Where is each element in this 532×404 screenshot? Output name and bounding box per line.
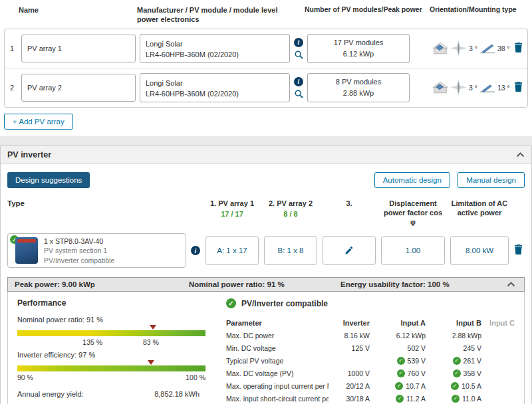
nominal-power-ratio-label: Nominal power ratio: 91 % bbox=[17, 316, 211, 324]
energy-usability-summary: Energy usability factor: 100 % bbox=[340, 280, 507, 288]
info-icon[interactable]: i bbox=[294, 77, 303, 86]
check-icon: ✓ bbox=[452, 395, 460, 403]
nominal-power-ratio-scale: 135 % 83 % bbox=[17, 338, 205, 348]
header-manufacturer: Manufacturer / PV module / module level … bbox=[137, 5, 301, 25]
row-index: 2 bbox=[7, 84, 17, 92]
info-icon[interactable]: i bbox=[294, 38, 303, 47]
input-b-box[interactable]: B: 1 x 8 bbox=[264, 236, 317, 265]
table-row: Max. operating input current per MPPT 20… bbox=[226, 379, 515, 392]
header-type: Type bbox=[7, 199, 200, 209]
inverter-table-header: Type 1. PV array 1 17 / 17 2. PV array 2… bbox=[7, 199, 525, 227]
check-icon: ✓ bbox=[396, 395, 404, 403]
tilt-value: 13 ° bbox=[497, 84, 510, 92]
check-icon: ✓ bbox=[397, 369, 405, 377]
performance-stats: Annual energy yield: 8,852.18 kWh Spec. … bbox=[17, 388, 211, 404]
inverter-type-box[interactable]: ✓ 1 x STP8.0-3AV-40 PV system section 1 … bbox=[7, 233, 186, 268]
inverter-efficiency-label: Inverter efficiency: 97 % bbox=[17, 351, 211, 359]
pv-inverter-panel: PV inverter Design suggestions Automatic… bbox=[0, 146, 532, 404]
manufacturer-text: Longi Solar bbox=[146, 78, 284, 89]
header-array2: 2. PV array 2 bbox=[264, 199, 317, 208]
collapse-icon[interactable] bbox=[516, 152, 525, 157]
delete-icon[interactable] bbox=[514, 43, 523, 52]
input-c-edit-box[interactable] bbox=[323, 236, 376, 265]
search-icon[interactable] bbox=[295, 50, 303, 59]
peak-power-summary: Peak power: 9.00 kWp bbox=[15, 280, 189, 288]
azimuth-compass-icon bbox=[450, 40, 467, 56]
pv-array-row: 2 PV array 2 Longi Solar LR4-60HPB-360M … bbox=[5, 68, 527, 107]
delete-icon[interactable] bbox=[514, 82, 523, 92]
inverter-efficiency-bar bbox=[17, 365, 205, 371]
compatibility-title: PV/Inverter compatible bbox=[241, 299, 328, 308]
array-name-input[interactable]: PV array 2 bbox=[21, 74, 136, 102]
compatibility-label: PV/Inverter compatible bbox=[44, 256, 114, 265]
info-icon[interactable]: i bbox=[191, 246, 200, 255]
array-name-input[interactable]: PV array 1 bbox=[21, 35, 136, 62]
peak-power: 6.12 kWp bbox=[343, 49, 374, 60]
delete-icon[interactable] bbox=[514, 245, 523, 254]
pv-inverter-header[interactable]: PV inverter bbox=[1, 146, 531, 164]
input-a-box[interactable]: A: 1 x 17 bbox=[205, 236, 259, 265]
cos-phi-box[interactable]: 1.00 bbox=[381, 236, 445, 265]
pencil-icon bbox=[344, 246, 354, 255]
module-text: LR4-60HPB-360M (02/2020) bbox=[146, 88, 284, 100]
design-suggestions-button[interactable]: Design suggestions bbox=[7, 172, 90, 188]
modules-peak-power-box: 8 PV modules 2.88 kWp bbox=[307, 73, 410, 102]
roof-mounting-icon bbox=[432, 42, 448, 54]
search-icon[interactable] bbox=[295, 90, 303, 98]
tilt-angle-icon bbox=[479, 82, 495, 93]
check-icon: ✓ bbox=[453, 369, 461, 377]
check-icon: ✓ bbox=[395, 382, 403, 390]
nominal-power-ratio-bar bbox=[17, 330, 205, 336]
modules-count: 8 PV modules bbox=[336, 76, 381, 88]
row-index: 1 bbox=[7, 45, 17, 52]
manufacturer-text: Longi Solar bbox=[146, 39, 284, 50]
scale-label: 100 % bbox=[186, 373, 205, 381]
tilt-angle-icon bbox=[479, 43, 495, 54]
tilt-value: 38 ° bbox=[497, 45, 510, 52]
roof-mounting-icon bbox=[432, 81, 448, 94]
inverter-efficiency-scale: 90 % 100 % bbox=[17, 373, 205, 383]
scale-label: 135 % bbox=[82, 338, 102, 346]
details-panel: Performance Nominal power ratio: 91 % 13… bbox=[7, 292, 525, 404]
table-row: Max. DC voltage (PV) 1000 V ✓760 V ✓358 … bbox=[226, 367, 515, 379]
header-array1: 1. PV array 1 bbox=[205, 199, 259, 208]
ac-limit-box[interactable]: 8.00 kW bbox=[450, 236, 509, 265]
summary-bar[interactable]: Peak power: 9.00 kWp Nominal power ratio… bbox=[7, 277, 525, 292]
collapse-icon[interactable] bbox=[507, 282, 515, 287]
panel-gap bbox=[0, 136, 532, 146]
check-icon: ✓ bbox=[397, 357, 405, 365]
header-name: Name bbox=[19, 5, 133, 15]
table-header-row: Parameter Inverter Input A Input B Input… bbox=[226, 316, 515, 329]
performance-section: Performance Nominal power ratio: 91 % 13… bbox=[17, 298, 211, 404]
azimuth-value: 3 ° bbox=[469, 84, 477, 92]
modules-count: 17 PV modules bbox=[334, 37, 384, 49]
module-selector[interactable]: Longi Solar LR4-60HPB-360M (02/2020) bbox=[140, 34, 290, 63]
azimuth-compass-icon bbox=[450, 79, 467, 96]
stat-row: Spec. energy yield: 984 kWh/kWp bbox=[17, 401, 211, 404]
pv-array-row: 1 PV array 1 Longi Solar LR4-60HPB-360M … bbox=[5, 29, 527, 68]
table-row: Max. DC power 8.16 kW ✓6.12 kWp ✓2.88 kW… bbox=[226, 329, 515, 342]
table-row: Typical PV voltage ✓539 V ✓261 V bbox=[226, 354, 515, 367]
inverter-image bbox=[15, 237, 38, 264]
compatibility-table: Parameter Inverter Input A Input B Input… bbox=[226, 316, 515, 404]
modules-peak-power-box: 17 PV modules 6.12 kWp bbox=[307, 34, 410, 63]
array1-count: 17 / 17 bbox=[205, 210, 259, 218]
module-text: LR4-60HPB-360M (02/2020) bbox=[146, 49, 284, 60]
table-row: Min. DC voltage 125 V ✓502 V ✓245 V bbox=[226, 342, 515, 354]
compatibility-section: ✓ PV/Inverter compatible Parameter Inver… bbox=[226, 298, 515, 404]
header-cos-phi: Displacement power factor cos φ bbox=[381, 199, 445, 227]
check-icon: ✓ bbox=[453, 357, 461, 365]
check-icon: ✓ bbox=[451, 382, 459, 390]
scale-label: 90 % bbox=[17, 373, 33, 381]
azimuth-value: 3 ° bbox=[469, 45, 477, 52]
header-modules: Number of PV modules/Peak power bbox=[305, 5, 426, 15]
add-pv-array-button[interactable]: + Add PV array bbox=[4, 114, 73, 130]
automatic-design-button[interactable]: Automatic design bbox=[374, 172, 450, 188]
manual-design-button[interactable]: Manual design bbox=[458, 172, 525, 188]
marker-icon bbox=[150, 325, 156, 330]
inverter-model: 1 x STP8.0-3AV-40 bbox=[44, 237, 114, 246]
stat-row: Annual energy yield: 8,852.18 kWh bbox=[17, 388, 211, 400]
marker-icon bbox=[148, 360, 154, 365]
module-selector[interactable]: Longi Solar LR4-60HPB-360M (02/2020) bbox=[140, 73, 290, 102]
system-section-label: PV system section 1 bbox=[44, 246, 114, 255]
